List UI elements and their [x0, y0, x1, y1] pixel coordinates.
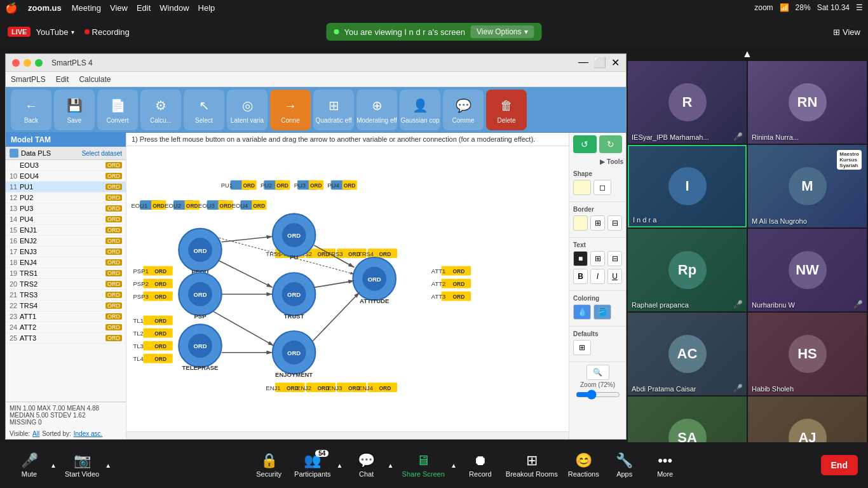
menu-calculate[interactable]: Calculate [79, 75, 111, 84]
delete-button[interactable]: 🗑 Delete [486, 90, 527, 130]
mute-button[interactable]: 🎤 Mute [10, 446, 48, 484]
video-button[interactable]: 📷 Start Video [61, 446, 103, 484]
text-color-button[interactable]: ■ [573, 251, 588, 266]
list-item[interactable]: 25ATT3ORD [6, 333, 126, 344]
diagram-canvas[interactable]: PU1 ORD PU2 ORD PU3 ORD PU4 [126, 146, 569, 431]
visible-all[interactable]: All [32, 430, 39, 437]
youtube-dropdown[interactable]: ▾ [71, 29, 74, 36]
list-item[interactable]: 18ENJ4ORD [6, 257, 126, 268]
maximize-button[interactable] [35, 59, 43, 67]
app-name[interactable]: zoom.us [28, 3, 62, 13]
list-item[interactable]: 19TRS1ORD [6, 268, 126, 279]
mute-chevron[interactable]: ▲ [48, 458, 58, 473]
list-item[interactable]: 20TRS2ORD [6, 279, 126, 290]
banner-dot [334, 29, 339, 34]
svg-text:ORD: ORD [453, 294, 465, 300]
list-item[interactable]: 24ATT2ORD [6, 322, 126, 333]
latent-variable-button[interactable]: ◎ Latent varia [227, 90, 268, 130]
model-title: Model TAM [6, 133, 126, 147]
list-item[interactable]: 17ENJ3ORD [6, 247, 126, 257]
fullscreen-icon[interactable]: ⬜ [593, 57, 606, 69]
chat-chevron[interactable]: ▲ [386, 458, 396, 473]
quadratic-button[interactable]: ⊞ Quadratic eff [313, 90, 354, 130]
italic-button[interactable]: I [590, 269, 605, 284]
bold-button[interactable]: B [573, 269, 588, 284]
list-item[interactable]: 14PU4ORD [6, 214, 126, 225]
save-button[interactable]: 💾 Save [54, 90, 95, 130]
paint-bucket-button[interactable]: 🪣 [593, 304, 611, 320]
video-chevron[interactable]: ▲ [103, 458, 113, 473]
gaussian-button[interactable]: 👤 Gaussian cop [400, 90, 440, 130]
zoom-button[interactable]: 🔍 [587, 365, 609, 380]
calculate-button[interactable]: ⚙ Calcu... [140, 90, 181, 130]
select-button[interactable]: ↖ Select [184, 90, 224, 130]
record-button[interactable]: ⏺ Record [461, 446, 499, 484]
close-button[interactable] [12, 59, 20, 67]
shape-circle-button[interactable]: ◻ [593, 180, 611, 195]
chat-button[interactable]: 💬 Chat [348, 446, 386, 484]
border-remove-button[interactable]: ⊟ [607, 215, 622, 231]
view-options-button[interactable]: View Options ▾ [470, 25, 534, 38]
refresh-button[interactable]: ↺ [573, 135, 597, 153]
reactions-button[interactable]: 😊 Reactions [564, 446, 603, 484]
list-item[interactable]: 23ATT1ORD [6, 311, 126, 322]
clear-button[interactable]: ↻ [599, 135, 623, 153]
participants-chevron[interactable]: ▲ [335, 458, 345, 473]
horizontal-scrollbar[interactable] [126, 431, 569, 439]
defaults-button[interactable]: ⊞ [573, 340, 591, 355]
list-item[interactable]: 22TRS4ORD [6, 301, 126, 311]
menu-window[interactable]: Window [159, 3, 189, 13]
border-color-button[interactable] [573, 215, 588, 231]
share-screen-button[interactable]: 🖥 Share Screen [398, 446, 449, 484]
security-button[interactable]: 🔒 Security [250, 446, 288, 484]
menu-edit[interactable]: Edit [137, 3, 151, 13]
notification-icon[interactable]: ☰ [856, 3, 863, 12]
video-group: 📷 Start Video ▲ [61, 446, 113, 484]
list-item[interactable]: 10EOU4ORD [6, 171, 126, 182]
more-button[interactable]: ••• More [646, 446, 684, 484]
convert-button[interactable]: 📄 Convert [97, 90, 138, 130]
comment-button[interactable]: 💬 Comme [443, 90, 484, 130]
shape-rect-button[interactable] [573, 180, 591, 195]
border-add-button[interactable]: ⊞ [590, 215, 605, 231]
record-icon: ⏺ [473, 452, 487, 469]
apps-button[interactable]: 🔧 Apps [606, 446, 644, 484]
window-title: SmartPLS 4 [51, 58, 93, 67]
wifi-icon: 📶 [780, 3, 789, 12]
connect-button[interactable]: → Conne [270, 90, 311, 130]
list-item[interactable]: 15ENJ1ORD [6, 225, 126, 236]
moderating-button[interactable]: ⊕ Moderating eff [356, 90, 397, 130]
list-item[interactable]: EOU3ORD [6, 160, 126, 171]
list-item[interactable]: 13PU3ORD [6, 203, 126, 214]
list-item[interactable]: 16ENJ2ORD [6, 236, 126, 247]
menu-smartpls[interactable]: SmartPLS [11, 75, 46, 84]
breakout-button[interactable]: ⊞ Breakout Rooms [502, 446, 562, 484]
view-toggle[interactable]: ⊞ View [833, 27, 860, 37]
menu-help[interactable]: Help [198, 3, 215, 13]
minimize-icon[interactable]: — [578, 57, 588, 69]
list-item[interactable]: 21TRS3ORD [6, 290, 126, 301]
menu-meeting[interactable]: Meeting [72, 3, 101, 13]
end-button[interactable]: End [821, 455, 858, 475]
underline-button[interactable]: U [607, 269, 622, 284]
select-dataset[interactable]: Select dataset [82, 150, 122, 157]
menu-edit-sp[interactable]: Edit [56, 75, 69, 84]
sorted-by[interactable]: Index asc. [74, 430, 103, 437]
menu-view[interactable]: View [110, 3, 128, 13]
apple-menu[interactable]: 🍎 [5, 2, 18, 14]
text-size-up-button[interactable]: ⊞ [590, 251, 605, 266]
more-label: More [657, 470, 673, 478]
close-icon[interactable]: ✕ [611, 57, 620, 69]
back-button[interactable]: ← Back [11, 90, 51, 130]
share-screen-chevron[interactable]: ▲ [449, 458, 459, 473]
canvas-instructions: 1) Press the left mouse button on a vari… [126, 133, 569, 146]
zoom-slider[interactable] [576, 390, 620, 400]
participants-button[interactable]: 👥 54 Participants [290, 446, 334, 484]
minimize-button[interactable] [24, 59, 31, 67]
list-item-selected[interactable]: 11PU1ORD [6, 182, 126, 193]
fill-color-button[interactable]: 💧 [573, 304, 591, 320]
list-item[interactable]: 12PU2ORD [6, 193, 126, 203]
text-size-down-button[interactable]: ⊟ [607, 251, 622, 266]
variable-list: EOU3ORD 10EOU4ORD 11PU1ORD 12PU2ORD 13PU… [6, 160, 126, 402]
scroll-up-button[interactable]: ▲ [627, 48, 868, 60]
